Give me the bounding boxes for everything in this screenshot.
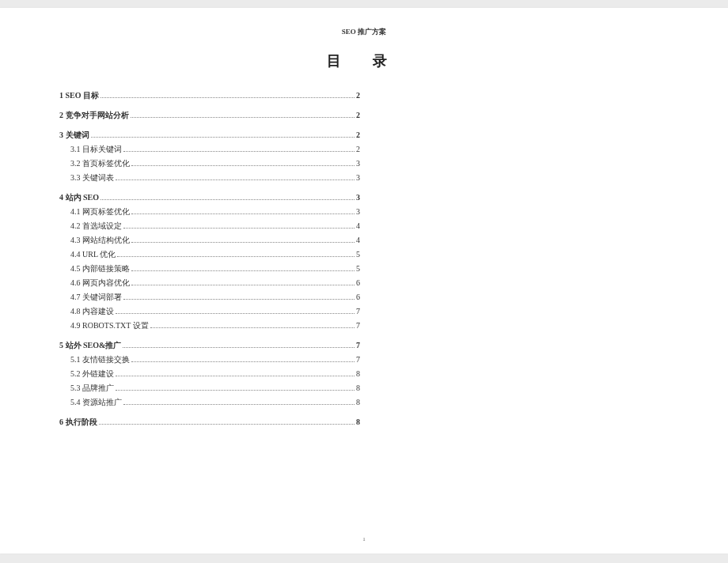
- toc-leader-dots: [99, 419, 355, 425]
- toc-entry: 4.7 关键词部署6: [59, 293, 360, 301]
- toc-entry-label: 6 执行阶段: [59, 418, 97, 426]
- toc-entry: 6 执行阶段8: [59, 418, 360, 426]
- toc-entry-page: 8: [356, 418, 360, 426]
- toc-leader-dots: [131, 280, 355, 286]
- toc-entry-page: 5: [356, 250, 360, 259]
- toc-entry-label: 5.3 品牌推广: [70, 384, 114, 392]
- toc-entry-label: 4 站内 SEO: [59, 193, 99, 202]
- toc-entry: 3 关键词2: [59, 130, 360, 139]
- toc-entry: 4.5 内部链接策略5: [59, 264, 360, 273]
- toc-entry: 1 SEO 目标2: [59, 91, 360, 100]
- toc-entry: 3.3 关键词表3: [59, 173, 360, 182]
- toc-entry-page: 3: [356, 173, 360, 182]
- toc-entry: 3.2 首页标签优化3: [59, 159, 360, 168]
- toc-entry: 4.8 内容建设7: [59, 307, 360, 316]
- toc-entry-label: 4.9 ROBOTS.TXT 设置: [70, 321, 149, 330]
- toc-leader-dots: [116, 371, 355, 377]
- page-number: 1: [362, 536, 366, 542]
- toc-entry-page: 7: [356, 355, 360, 364]
- toc-entry-page: 3: [356, 159, 360, 168]
- toc-leader-dots: [123, 146, 355, 153]
- toc-leader-dots: [131, 237, 355, 244]
- toc-entry-page: 6: [356, 278, 360, 287]
- toc-entry-label: 4.6 网页内容优化: [70, 278, 130, 287]
- toc-entry-page: 2: [356, 91, 360, 100]
- toc-entry-label: 4.2 首选域设定: [70, 221, 122, 230]
- toc-entry-label: 4.7 关键词部署: [70, 293, 122, 301]
- toc-heading: 目 录: [59, 51, 669, 70]
- document-title: SEO 推广方案: [59, 27, 669, 37]
- toc-entry-label: 3.2 首页标签优化: [70, 159, 130, 168]
- toc-entry-label: 4.4 URL 优化: [70, 250, 116, 259]
- toc-entry-label: 4.5 内部链接策略: [70, 264, 130, 273]
- toc-entry-page: 7: [356, 307, 360, 316]
- toc-leader-dots: [91, 132, 355, 138]
- toc-entry-page: 7: [356, 321, 360, 330]
- toc-entry-page: 3: [356, 207, 360, 216]
- toc-entry-label: 4.3 网站结构优化: [70, 236, 130, 244]
- toc-leader-dots: [123, 223, 355, 229]
- toc-entry-label: 5.2 外链建设: [70, 369, 114, 378]
- toc-entry-page: 3: [356, 193, 360, 202]
- toc-leader-dots: [131, 357, 355, 363]
- toc-entry: 4.4 URL 优化5: [59, 250, 360, 259]
- toc-entry-label: 3.3 关键词表: [70, 173, 114, 182]
- toc-leader-dots: [117, 251, 355, 258]
- toc-entry: 4.2 首选域设定4: [59, 221, 360, 230]
- toc-leader-dots: [123, 294, 355, 300]
- toc-entry-label: 5.4 资源站推广: [70, 398, 122, 406]
- toc-entry-label: 3.1 目标关键词: [70, 145, 122, 153]
- toc-entry-label: 4.1 网页标签优化: [70, 207, 130, 216]
- toc-leader-dots: [100, 93, 355, 99]
- toc-entry-label: 1 SEO 目标: [59, 91, 99, 100]
- toc-entry-page: 8: [356, 398, 360, 406]
- toc-leader-dots: [116, 175, 355, 181]
- toc-entry: 4.6 网页内容优化6: [59, 278, 360, 287]
- toc-entry-page: 2: [356, 145, 360, 153]
- toc-entry: 2 竞争对手网站分析2: [59, 111, 360, 119]
- toc-entry-page: 6: [356, 293, 360, 301]
- toc-leader-dots: [150, 323, 355, 329]
- toc-entry-page: 2: [356, 130, 360, 139]
- toc-leader-dots: [123, 399, 355, 406]
- document-page: SEO 推广方案 目 录 1 SEO 目标22 竞争对手网站分析23 关键词23…: [0, 8, 728, 554]
- toc-entry: 5 站外 SEO&推广7: [59, 341, 360, 350]
- toc-entry-page: 4: [356, 236, 360, 244]
- toc-entry: 4.3 网站结构优化4: [59, 236, 360, 244]
- toc-leader-dots: [100, 195, 355, 201]
- toc-entry: 5.4 资源站推广8: [59, 398, 360, 406]
- table-of-contents: 1 SEO 目标22 竞争对手网站分析23 关键词23.1 目标关键词23.2 …: [59, 91, 360, 426]
- toc-entry-label: 4.8 内容建设: [70, 307, 114, 316]
- toc-entry: 4.1 网页标签优化3: [59, 207, 360, 216]
- toc-leader-dots: [131, 209, 355, 215]
- toc-entry-page: 4: [356, 221, 360, 230]
- toc-leader-dots: [116, 385, 355, 391]
- toc-entry: 4.9 ROBOTS.TXT 设置7: [59, 321, 360, 330]
- toc-entry-page: 7: [356, 341, 360, 350]
- toc-leader-dots: [131, 112, 355, 119]
- toc-entry-label: 3 关键词: [59, 130, 89, 139]
- toc-leader-dots: [131, 266, 355, 272]
- toc-entry-label: 5 站外 SEO&推广: [59, 341, 121, 350]
- toc-entry: 5.2 外链建设8: [59, 369, 360, 378]
- toc-entry: 4 站内 SEO3: [59, 193, 360, 202]
- toc-entry: 3.1 目标关键词2: [59, 145, 360, 153]
- toc-entry: 5.1 友情链接交换7: [59, 355, 360, 364]
- toc-entry-page: 2: [356, 111, 360, 119]
- toc-leader-dots: [116, 308, 355, 315]
- toc-entry-page: 5: [356, 264, 360, 273]
- toc-entry-page: 8: [356, 369, 360, 378]
- toc-entry-page: 8: [356, 384, 360, 392]
- toc-entry: 5.3 品牌推广8: [59, 384, 360, 392]
- toc-entry-label: 2 竞争对手网站分析: [59, 111, 129, 119]
- toc-entry-label: 5.1 友情链接交换: [70, 355, 130, 364]
- toc-leader-dots: [131, 161, 355, 167]
- toc-leader-dots: [123, 342, 355, 349]
